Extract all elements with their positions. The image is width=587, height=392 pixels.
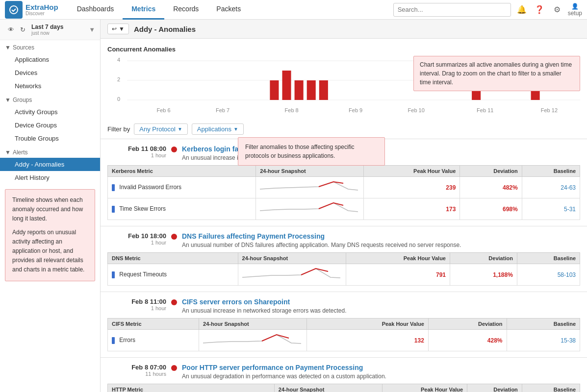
time-dropdown-icon[interactable]: ▼ [89,26,95,33]
filter-tooltip-text: Filter anomalies to those affecting spec… [245,144,355,159]
groups-label: Groups [13,97,32,103]
baseline-col-header: Baseline [522,166,580,177]
baseline-value: 24-63 [522,177,580,198]
svg-rect-18 [319,80,328,100]
table-row: Request Timeouts 791 1,188% 58-103 [108,264,580,286]
setup-icon: 👤 [571,3,579,10]
anomaly-4-body: Poor HTTP server performance on Payment … [182,364,580,380]
baseline-value: 5-31 [522,198,580,220]
sources-label: Sources [13,44,34,51]
anomaly-4-dot [171,365,177,371]
time-selector[interactable]: Last 7 days just now [31,24,86,36]
metric-row-name-1: Invalid Password Errors [108,177,256,198]
anomaly-4-duration: 11 hours [107,371,166,377]
anomaly-3-title[interactable]: CIFS server errors on Sharepoint [182,298,580,306]
anomaly-3-header: Feb 8 11:00 1 hour CIFS server errors on… [107,298,580,314]
snapshot-col-header: 24-hour Snapshot [256,166,364,177]
anomaly-item-2: Feb 10 18:00 1 hour DNS Failures affecti… [101,226,587,292]
help-icon[interactable]: ❓ [533,3,546,17]
svg-rect-14 [270,80,279,100]
filter-bar: Filter by Any Protocol ▼ Applications ▼ … [101,120,587,139]
deviation-value: 428% [428,330,507,351]
table-row: Time Skew Errors 173 698% 5-31 [108,198,580,220]
anomaly-3-duration: 1 hour [107,305,166,311]
sidebar-item-trouble-groups[interactable]: Trouble Groups [0,132,100,145]
nav-packets[interactable]: Packets [207,0,250,20]
protocol-filter-button[interactable]: Any Protocol ▼ [134,123,188,135]
deviation-col-header: Deviation [460,166,522,177]
groups-caret: ▼ [5,97,11,103]
nav-records[interactable]: Records [164,0,207,20]
sparkline-cell [199,330,307,351]
nav-metrics[interactable]: Metrics [123,0,164,20]
anomaly-1-table: Kerberos Metric 24-hour Snapshot Peak Ho… [107,165,580,220]
deviation-value: 698% [460,198,522,220]
anomaly-3-body: CIFS server errors on Sharepoint An unus… [182,298,580,314]
sources-section: ▼ Sources Applications Devices Networks [0,40,100,93]
sidebar-toolbar: 👁 ↻ Last 7 days just now ▼ [0,20,100,40]
anomaly-list: Feb 11 08:00 1 hour Kerberos login failu… [101,139,587,392]
anomaly-item-3: Feb 8 11:00 1 hour CIFS server errors on… [101,292,587,358]
nav-links: Dashboards Metrics Records Packets [68,0,393,20]
alerts-caret: ▼ [5,149,11,156]
anomaly-4-header: Feb 8 07:00 11 hours Poor HTTP server pe… [107,364,580,380]
anomaly-3-time-col: Feb 8 11:00 1 hour [107,298,166,311]
sidebar-item-addy-anomalies[interactable]: Addy - Anomalies [0,158,100,171]
peak-value: 239 [364,177,460,198]
anomaly-1-time: Feb 11 08:00 [107,145,166,152]
notifications-icon[interactable]: 🔔 [515,3,529,17]
anomaly-2-table: DNS Metric 24-hour Snapshot Peak Hour Va… [107,252,580,286]
snapshot-col-header: 24-hour Snapshot [199,318,307,330]
logo-text-block: ExtraHop Discover [26,3,58,16]
baseline-value: 15-38 [507,330,580,351]
main-layout: 👁 ↻ Last 7 days just now ▼ ▼ Sources App… [0,20,587,392]
search-input[interactable] [393,3,511,17]
logo-subtitle: Discover [26,11,58,16]
anomaly-item-4: Feb 8 07:00 11 hours Poor HTTP server pe… [101,358,587,392]
svg-text:Feb 11: Feb 11 [477,107,493,113]
metric-col-header: Kerberos Metric [108,166,256,177]
svg-text:2: 2 [117,76,120,82]
anomaly-4-title[interactable]: Poor HTTP server performance on Payment … [182,364,580,371]
anomaly-2-desc: An unusual number of DNS failures affect… [182,242,580,248]
svg-text:Feb 12: Feb 12 [541,107,558,113]
sidebar-item-device-groups[interactable]: Device Groups [0,119,100,132]
sidebar-tooltip-line1: Timeline shows when each anomaly occurre… [12,196,88,224]
svg-text:Feb 7: Feb 7 [216,107,230,113]
sources-header[interactable]: ▼ Sources [0,40,100,53]
nav-right: 🔔 ❓ ⚙ 👤 setup [393,3,582,17]
metric-col-header: HTTP Metric [108,384,275,392]
groups-header[interactable]: ▼ Groups [0,93,100,105]
anomaly-2-title[interactable]: DNS Failures affecting Payment Processin… [182,232,580,240]
baseline-col-header: Baseline [507,318,580,330]
applications-dropdown-icon: ▼ [233,126,238,132]
anomaly-4-time: Feb 8 07:00 [107,364,166,371]
svg-text:4: 4 [117,57,120,63]
sidebar-tooltip-line2: Addy reports on unusual activity affecti… [12,228,88,275]
sidebar-item-activity-groups[interactable]: Activity Groups [0,105,100,119]
alerts-header[interactable]: ▼ Alerts [0,145,100,158]
anomaly-2-dot [171,234,177,240]
nav-dashboards[interactable]: Dashboards [68,0,123,20]
sources-caret: ▼ [5,44,11,51]
sidebar-item-devices[interactable]: Devices [0,66,100,79]
top-navigation: ExtraHop Discover Dashboards Metrics Rec… [0,0,587,20]
applications-filter-button[interactable]: Applications ▼ [192,123,244,135]
undo-button[interactable]: ↩ ▼ [107,24,129,34]
deviation-col-header: Deviation [467,384,522,392]
anomaly-2-header: Feb 10 18:00 1 hour DNS Failures affecti… [107,232,580,248]
deviation-value: 482% [460,177,522,198]
page-title: Addy - Anomalies [134,25,196,33]
sidebar-item-applications[interactable]: Applications [0,53,100,66]
sidebar-item-networks[interactable]: Networks [0,79,100,93]
svg-point-0 [10,6,18,14]
chart-container[interactable]: 4 2 0 Feb 6 Feb 7 Feb 8 Feb 9 Feb 10 Feb… [107,56,580,120]
refresh-icon[interactable]: ↻ [17,24,28,36]
sparkline-cell [256,177,364,198]
eye-icon[interactable]: 👁 [5,24,17,36]
metric-bar [112,337,115,344]
sidebar-item-alert-history[interactable]: Alert History [0,171,100,184]
setup-button[interactable]: 👤 setup [568,3,582,17]
settings-icon[interactable]: ⚙ [550,3,564,17]
metric-row-name: Request Timeouts [108,264,238,286]
